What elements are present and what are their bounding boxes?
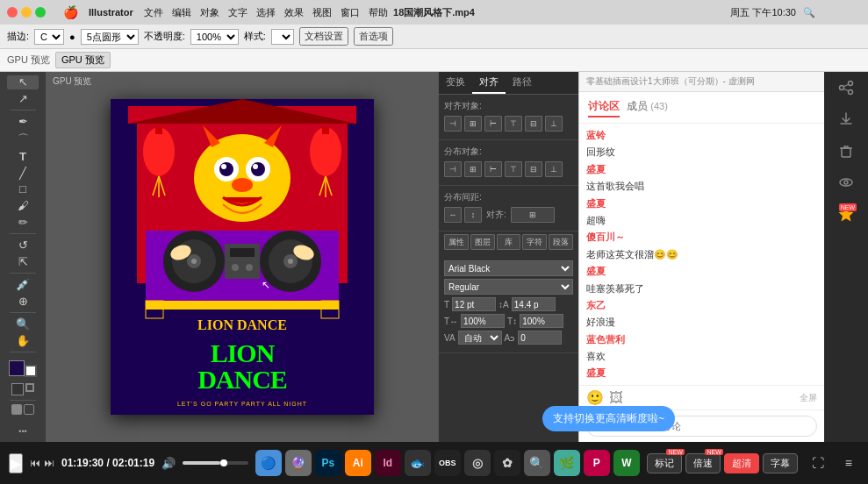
speed-btn[interactable]: 倍速NEW	[685, 453, 721, 473]
tool-rotate[interactable]: ↺	[7, 238, 39, 253]
tool-blend[interactable]: ⊕	[7, 294, 39, 308]
tool-hand[interactable]: ✋	[7, 333, 39, 347]
app-unknown2[interactable]: ◎	[464, 450, 491, 476]
font-tab[interactable]: 字符	[522, 234, 547, 250]
tool-select[interactable]: ↖	[7, 75, 39, 89]
scale-x-input[interactable]	[461, 314, 505, 328]
download-icon[interactable]	[837, 110, 855, 132]
menu-effects[interactable]: 效果	[284, 6, 304, 19]
properties-tab[interactable]: 属性	[444, 234, 469, 250]
fullscreen-btn[interactable]: ⛶	[805, 453, 831, 473]
app-id[interactable]: Id	[375, 450, 401, 476]
dist-center-h-btn[interactable]: ⊞	[464, 161, 482, 177]
app-obs[interactable]: OBS	[434, 450, 461, 476]
menu-select[interactable]: 选择	[256, 6, 276, 19]
progress-bar[interactable]	[183, 461, 248, 465]
align-bottom-btn[interactable]: ⊥	[545, 116, 563, 132]
align-to-btn[interactable]: ⊞	[511, 207, 555, 223]
align-center-h-btn[interactable]: ⊞	[464, 116, 482, 132]
play-button[interactable]: ▶	[9, 453, 23, 473]
graph-tab[interactable]: 图层	[470, 234, 495, 250]
subtitle-btn[interactable]: 字幕	[763, 453, 798, 473]
maximize-btn[interactable]	[35, 7, 46, 18]
tool-direct-select[interactable]: ↗	[7, 92, 39, 106]
dist-top-btn[interactable]: ⊤	[505, 161, 522, 177]
align-center-v-btn[interactable]: ⊟	[525, 116, 542, 132]
style-select[interactable]	[271, 29, 294, 45]
font-size-input[interactable]	[452, 297, 496, 311]
dist-v-space-btn[interactable]: ↕	[464, 207, 482, 223]
dist-left-btn[interactable]: ⊣	[444, 161, 462, 177]
dist-right-btn[interactable]: ⊢	[484, 161, 502, 177]
app-unknown1[interactable]: 🐟	[405, 450, 431, 476]
quality-btn[interactable]: 超清	[724, 453, 759, 473]
volume-icon[interactable]: 🔊	[161, 457, 176, 470]
tool-eyedropper[interactable]: 💉	[7, 278, 39, 292]
section-tab[interactable]: 段落	[549, 234, 573, 250]
fill-stroke-toggle[interactable]	[11, 383, 34, 395]
app-finder[interactable]: 🔵	[255, 450, 282, 476]
prev-btn[interactable]: ⏮	[30, 457, 40, 469]
tab-transform[interactable]: 变换	[439, 72, 472, 94]
tab-members[interactable]: 成员 (43)	[627, 97, 668, 117]
star-icon[interactable]	[837, 210, 855, 225]
tool-pencil[interactable]: ✏	[7, 215, 39, 229]
align-top-btn[interactable]: ⊤	[505, 116, 522, 132]
app-search[interactable]: 🔍	[524, 450, 550, 476]
emoji-icon[interactable]: 🙂	[586, 389, 604, 406]
menu-object[interactable]: 对象	[200, 6, 219, 19]
dist-h-space-btn[interactable]: ↔	[444, 207, 462, 223]
mask-mode[interactable]	[24, 404, 34, 415]
preferences-btn[interactable]: 首选项	[354, 27, 393, 46]
tool-rect[interactable]: □	[7, 182, 39, 196]
app-unknown3[interactable]: ✿	[494, 450, 520, 476]
eye-icon[interactable]	[837, 174, 855, 195]
menu-help[interactable]: 帮助	[369, 6, 388, 19]
tool-curvature[interactable]: ⌒	[7, 132, 39, 147]
image-icon[interactable]: 🖼	[609, 390, 623, 406]
mark-btn[interactable]: 标记NEW	[647, 453, 682, 473]
more-tools[interactable]: •••	[7, 424, 39, 438]
align-left-btn[interactable]: ⊣	[444, 116, 462, 132]
library-tab[interactable]: 库	[497, 234, 521, 250]
menu-edit[interactable]: 编辑	[172, 6, 191, 19]
canvas-area[interactable]: GPU 预览	[46, 72, 438, 442]
search-icon[interactable]: 🔍	[803, 7, 815, 18]
app-word[interactable]: W	[613, 450, 640, 476]
tool-paintbrush[interactable]: 🖌	[7, 199, 39, 213]
menu-file[interactable]: 文件	[144, 6, 163, 19]
tab-pathfinder[interactable]: 路径	[506, 72, 539, 94]
font-name-select[interactable]: Arial Black	[444, 260, 573, 276]
tool-zoom[interactable]: 🔍	[7, 317, 39, 331]
close-btn[interactable]	[7, 7, 18, 18]
tool-line[interactable]: ╱	[7, 166, 39, 180]
opacity-select[interactable]: 100%	[190, 29, 239, 45]
shape-select[interactable]: 5点圆形	[81, 29, 139, 45]
menu-text[interactable]: 文字	[228, 6, 247, 19]
delete-icon[interactable]	[837, 142, 855, 163]
menu-view[interactable]: 视图	[312, 6, 332, 19]
app-unknown4[interactable]: 🌿	[554, 450, 580, 476]
app-ps[interactable]: Ps	[315, 450, 341, 476]
view-mode-toggle[interactable]: GPU 预览	[55, 52, 111, 68]
dist-bottom-btn[interactable]: ⊥	[545, 161, 563, 177]
share-icon[interactable]	[837, 79, 855, 100]
stroke-select[interactable]: C	[34, 29, 64, 45]
scale-y-input[interactable]	[520, 314, 563, 328]
normal-mode[interactable]	[11, 404, 22, 415]
fullscreen-btn[interactable]: 全屏	[800, 392, 817, 404]
font-style-select[interactable]: Regular	[444, 279, 573, 295]
color-selector[interactable]	[9, 360, 37, 377]
tool-pen[interactable]: ✒	[7, 115, 39, 129]
kerning-select[interactable]: 自动	[458, 331, 502, 345]
app-siri[interactable]: 🔮	[285, 450, 312, 476]
app-ai[interactable]: Ai	[345, 450, 371, 476]
minimize-btn[interactable]	[21, 7, 32, 18]
dist-center-v-btn[interactable]: ⊟	[525, 161, 542, 177]
leading-input[interactable]	[512, 297, 556, 311]
tab-align[interactable]: 对齐	[472, 72, 506, 94]
tool-scale[interactable]: ⇱	[7, 254, 39, 268]
app-ppt[interactable]: P	[584, 450, 610, 476]
align-right-btn[interactable]: ⊢	[484, 116, 502, 132]
menu-btn[interactable]: ≡	[838, 453, 859, 473]
